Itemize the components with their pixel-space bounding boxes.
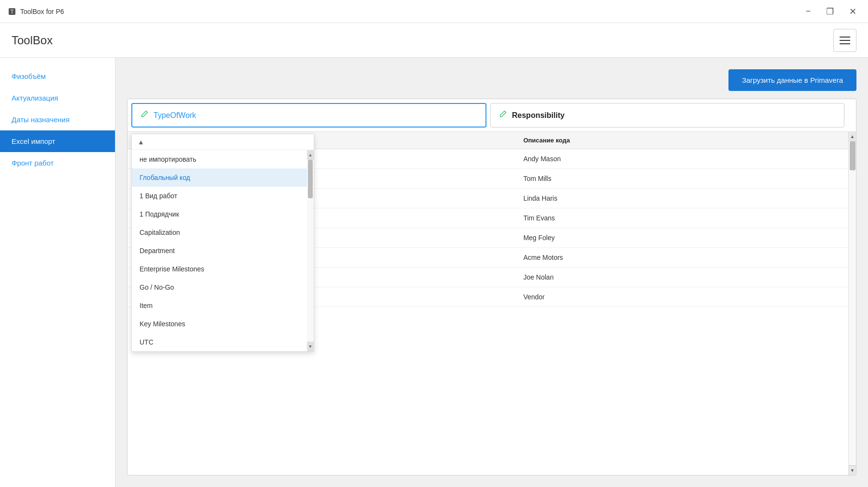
header-row <box>128 99 856 132</box>
field2-edit-icon <box>498 110 507 121</box>
right-scrollbar[interactable]: ▲ ▼ <box>848 132 856 475</box>
dropdown-item[interactable]: Item <box>132 296 314 315</box>
table-cell-desc: Tom Mills <box>516 169 848 189</box>
table-cell-desc: Linda Haris <box>516 189 848 208</box>
dropdown-overlay: ▲ не импортироватьГлобальный код1 Вид ра… <box>131 134 314 352</box>
dropdown-item[interactable]: Go / No-Go <box>132 278 314 296</box>
title-bar-left: T ToolBox for P6 <box>8 7 64 16</box>
scroll-up-arrow[interactable]: ▲ <box>849 132 856 141</box>
dropdown-item[interactable]: Key Milestones <box>132 315 314 333</box>
field1-edit-icon <box>140 110 149 121</box>
maximize-button[interactable]: ❐ <box>822 4 838 19</box>
app-icon: T <box>8 7 16 16</box>
upload-button[interactable]: Загрузить данные в Primavera <box>728 69 856 91</box>
title-bar: T ToolBox for P6 − ❐ ✕ <box>0 0 868 23</box>
menu-bar-2 <box>840 40 850 41</box>
dropdown-list[interactable]: не импортироватьГлобальный код1 Вид рабо… <box>132 150 314 351</box>
menu-bar-3 <box>840 43 850 44</box>
dropdown-scroll-track <box>307 160 314 342</box>
dropdown-header: ▲ <box>132 134 314 150</box>
app-title: ToolBox <box>12 34 52 47</box>
dropdown-item[interactable]: не импортировать <box>132 150 314 168</box>
dropdown-up-arrow[interactable]: ▲ <box>138 138 144 146</box>
dropdown-item[interactable]: Department <box>132 242 314 260</box>
dropdown-body: не импортироватьГлобальный код1 Вид рабо… <box>132 150 314 351</box>
dropdown-item[interactable]: 1 Вид работ <box>132 187 314 205</box>
dropdown-item[interactable]: Capitalization <box>132 223 314 242</box>
dropdown-item[interactable]: 1 Подрядчик <box>132 205 314 223</box>
menu-bar-1 <box>840 37 850 38</box>
sidebar-item-daty[interactable]: Даты назначения <box>0 109 115 130</box>
content-area: Id кода Описание кода роекта i MASON And… <box>127 99 856 475</box>
title-bar-controls: − ❐ ✕ <box>802 4 860 19</box>
app-header: ToolBox <box>0 23 868 58</box>
layout: Физобъём Актуализация Даты назначения Ex… <box>0 58 868 487</box>
sidebar-item-fizobem[interactable]: Физобъём <box>0 65 115 87</box>
menu-button[interactable] <box>833 29 856 52</box>
field2-wrapper[interactable] <box>490 103 844 128</box>
field2-input[interactable] <box>512 111 836 120</box>
main-content: Загрузить данные в Primavera <box>115 58 868 487</box>
dropdown-scroll-bottom[interactable]: ▼ <box>307 342 314 351</box>
sidebar-item-aktualizaciya[interactable]: Актуализация <box>0 87 115 109</box>
minimize-button[interactable]: − <box>802 4 815 19</box>
close-button[interactable]: ✕ <box>845 4 860 19</box>
field1-input[interactable] <box>153 111 478 120</box>
title-bar-label: ToolBox for P6 <box>20 8 64 15</box>
field1-wrapper[interactable] <box>131 103 486 128</box>
sidebar-item-excel[interactable]: Excel импорт <box>0 130 115 152</box>
dropdown-item[interactable]: UTC <box>132 333 314 351</box>
table-cell-desc: Meg Foley <box>516 228 848 248</box>
table-cell-desc: Joe Nolan <box>516 268 848 287</box>
scroll-thumb <box>850 141 855 170</box>
dropdown-item[interactable]: Глобальный код <box>132 168 314 187</box>
table-cell-desc: Acme Motors <box>516 248 848 268</box>
svg-text:T: T <box>11 9 13 14</box>
table-cell-desc: Tim Evans <box>516 208 848 228</box>
col-desc-code: Описание кода <box>516 132 848 149</box>
dropdown-item[interactable]: Enterprise Milestones <box>132 260 314 278</box>
sidebar-item-front[interactable]: Фронт работ <box>0 152 115 174</box>
dropdown-scroll-top[interactable]: ▲ <box>307 150 314 160</box>
sidebar: Физобъём Актуализация Даты назначения Ex… <box>0 58 115 487</box>
table-cell-desc: Andy Mason <box>516 149 848 169</box>
scroll-down-arrow[interactable]: ▼ <box>849 465 856 475</box>
table-cell-desc: Vendor <box>516 287 848 307</box>
dropdown-scrollbar[interactable]: ▲ ▼ <box>307 150 314 351</box>
top-bar: Загрузить данные в Primavera <box>127 69 856 91</box>
dropdown-scroll-thumb <box>308 160 313 198</box>
scroll-track <box>849 141 856 465</box>
